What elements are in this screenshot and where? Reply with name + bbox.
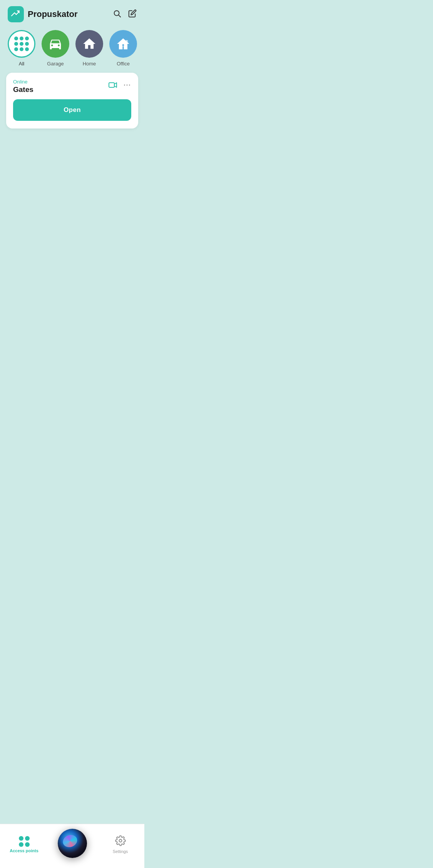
category-home[interactable]: Home xyxy=(75,30,103,67)
category-label-all: All xyxy=(19,61,24,67)
open-button[interactable]: Open xyxy=(13,99,131,121)
card-actions xyxy=(108,80,131,92)
app-logo xyxy=(8,6,24,22)
gate-card: Online Gates Open xyxy=(6,73,138,129)
dot xyxy=(20,47,23,51)
dot xyxy=(14,37,18,40)
header-icons xyxy=(113,9,137,20)
category-label-home: Home xyxy=(83,61,96,67)
more-options-icon[interactable] xyxy=(123,81,131,91)
dot xyxy=(25,42,29,46)
svg-rect-2 xyxy=(124,40,128,43)
edit-icon[interactable] xyxy=(128,9,137,20)
dot xyxy=(25,37,29,40)
category-circle-garage xyxy=(42,30,69,58)
all-dots-grid xyxy=(14,37,29,51)
dot xyxy=(25,47,29,51)
category-circle-all xyxy=(8,30,35,58)
category-office[interactable]: Office xyxy=(109,30,137,67)
svg-point-6 xyxy=(129,85,130,86)
svg-point-5 xyxy=(127,85,128,86)
card-header: Online Gates xyxy=(13,79,131,94)
app-title: Propuskator xyxy=(28,9,78,19)
header: Propuskator xyxy=(0,0,144,27)
category-circle-office xyxy=(109,30,137,58)
search-icon[interactable] xyxy=(113,9,121,20)
category-label-garage: Garage xyxy=(47,61,64,67)
categories-row: All Garage Home Office xyxy=(0,27,144,73)
status-badge: Online xyxy=(13,79,33,85)
svg-point-4 xyxy=(124,85,125,86)
category-all[interactable]: All xyxy=(8,30,35,67)
cards-container: Online Gates Open xyxy=(0,73,144,129)
category-circle-home xyxy=(75,30,103,58)
category-garage[interactable]: Garage xyxy=(42,30,69,67)
dot xyxy=(20,42,23,46)
header-left: Propuskator xyxy=(8,6,78,22)
dot xyxy=(20,37,23,40)
video-icon[interactable] xyxy=(108,80,117,92)
svg-line-1 xyxy=(119,15,120,17)
svg-rect-3 xyxy=(109,83,114,87)
category-label-office: Office xyxy=(117,61,130,67)
card-info: Online Gates xyxy=(13,79,33,94)
dot xyxy=(14,42,18,46)
dot xyxy=(14,47,18,51)
card-name: Gates xyxy=(13,85,33,94)
